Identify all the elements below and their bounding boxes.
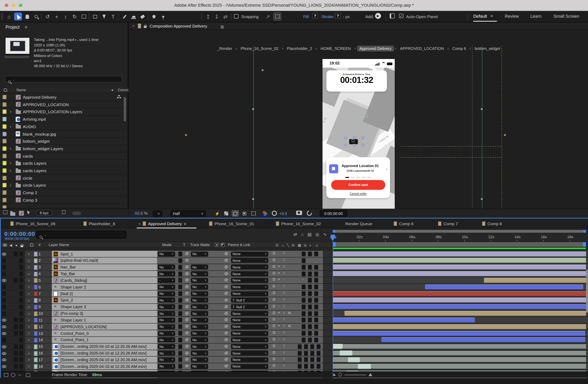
node-cross-icon[interactable]: ⇄ bbox=[222, 13, 229, 21]
workspace-review[interactable]: Review bbox=[505, 14, 519, 19]
switch-box[interactable] bbox=[314, 291, 318, 296]
quality-switch[interactable]: / bbox=[284, 337, 285, 341]
toolbar-grip[interactable] bbox=[1, 13, 3, 20]
zoom-level[interactable]: 93.8 % bbox=[135, 211, 147, 215]
t-column-header[interactable]: T bbox=[183, 243, 185, 247]
switch-box[interactable] bbox=[308, 304, 312, 309]
matte-pickwhip-icon[interactable]: @ bbox=[185, 291, 189, 295]
workspace-menu-icon[interactable]: ≡ bbox=[491, 14, 493, 18]
layer-expand-chevron[interactable]: › bbox=[28, 265, 30, 269]
snapping-checkbox[interactable] bbox=[234, 14, 238, 19]
track-matte-dropdown[interactable]: No∨ bbox=[191, 298, 208, 303]
switch-box[interactable] bbox=[302, 285, 306, 289]
project-list-header[interactable]: Name ▲ Comm bbox=[0, 88, 128, 93]
video-toggle[interactable] bbox=[2, 265, 6, 270]
project-panel-menu-icon[interactable]: ≡ bbox=[25, 25, 27, 29]
tab-phone_16_scene_02[interactable]: Phone_16_Scene_02 bbox=[276, 221, 321, 227]
mode-dropdown[interactable]: No∨ bbox=[158, 284, 175, 290]
parent-pickwhip-icon[interactable]: @ bbox=[224, 317, 228, 322]
project-search-input[interactable]: ⌄ bbox=[5, 76, 122, 83]
workspace-small-screen[interactable]: Small Screen bbox=[553, 14, 579, 19]
layer-name[interactable]: [Screen...ording 2025-04-10 at 12.20.26 … bbox=[61, 351, 147, 355]
mask-visibility-icon[interactable] bbox=[241, 210, 248, 217]
switch-box[interactable] bbox=[302, 324, 306, 329]
folder-chevron-icon[interactable]: › bbox=[10, 161, 11, 165]
switch-box[interactable] bbox=[316, 358, 320, 362]
switch-box[interactable] bbox=[308, 324, 312, 329]
quality-switch[interactable]: - bbox=[284, 278, 285, 282]
mode-dropdown[interactable]: No∨ bbox=[158, 304, 175, 309]
layer-label-chip[interactable] bbox=[34, 298, 38, 303]
sw-fx-icon[interactable]: fx bbox=[292, 243, 294, 247]
snapshot-icon[interactable] bbox=[296, 211, 302, 215]
sw-collapse-icon[interactable]: Ω bbox=[276, 243, 278, 247]
region-of-interest-icon[interactable] bbox=[250, 210, 257, 217]
layer-handle[interactable] bbox=[252, 198, 254, 200]
switch-box[interactable] bbox=[302, 311, 306, 316]
work-area-bar[interactable] bbox=[333, 242, 586, 247]
layer-row[interactable]: ›12[APPROVED_LOCATION]No∨@No∨@None∨Ω*/fx bbox=[1, 323, 588, 330]
project-item[interactable]: Comp 3 bbox=[0, 197, 126, 204]
lock-toggle[interactable] bbox=[19, 291, 23, 296]
roi-icon[interactable] bbox=[232, 210, 239, 217]
layer-bar[interactable] bbox=[333, 265, 586, 270]
collapse-switch[interactable]: Ω bbox=[273, 251, 275, 255]
lock-toggle[interactable] bbox=[19, 278, 23, 283]
breadcrumb-item[interactable]: Phone_16_Scene_02 bbox=[238, 45, 281, 51]
layer-row[interactable]: ›13★Control_Point_0No∨@No∨@None∨Ω*/ bbox=[1, 330, 588, 337]
track-matte-dropdown[interactable]: No∨ bbox=[191, 265, 208, 270]
video-toggle[interactable] bbox=[2, 271, 6, 276]
parent-dropdown[interactable]: None∨ bbox=[231, 291, 268, 296]
selection-handle[interactable] bbox=[344, 144, 347, 146]
new-folder-icon[interactable] bbox=[10, 212, 15, 216]
switch-box[interactable] bbox=[308, 318, 312, 322]
preserve-transparency-toggle[interactable] bbox=[178, 311, 182, 316]
layer-row[interactable]: ›6★Shape Layer 2No∨@No∨@None∨Ω*/ bbox=[1, 284, 588, 291]
track-matte-dropdown[interactable]: No∨ bbox=[191, 278, 208, 283]
mode-dropdown[interactable]: No∨ bbox=[158, 271, 175, 276]
solo-toggle[interactable] bbox=[14, 358, 18, 362]
layer-bar[interactable] bbox=[425, 284, 583, 290]
parent-dropdown[interactable]: None∨ bbox=[231, 265, 268, 270]
project-item[interactable]: ›APPROVED_LOCATION Layers bbox=[0, 108, 126, 115]
auto-open-panel-icon[interactable] bbox=[390, 13, 395, 19]
layer-label-chip[interactable] bbox=[34, 331, 38, 336]
draft3d-icon[interactable] bbox=[11, 373, 15, 377]
footage-thumbnail[interactable] bbox=[5, 37, 30, 54]
quality-switch[interactable]: / bbox=[284, 271, 285, 275]
node-up-icon[interactable]: ↥ bbox=[204, 13, 212, 21]
rasterize-switch[interactable]: * bbox=[278, 311, 280, 316]
matte-toggle2-icon[interactable] bbox=[221, 243, 225, 247]
type-tool[interactable]: T bbox=[109, 13, 117, 21]
layer-row[interactable]: ›7[Null 2]No∨@No∨@None∨Ω/ bbox=[1, 291, 588, 297]
folder-chevron-icon[interactable]: › bbox=[10, 146, 11, 151]
quality-switch[interactable]: / bbox=[284, 324, 285, 328]
layer-bar[interactable] bbox=[333, 291, 586, 296]
resolution-dropdown[interactable]: Half∨ bbox=[170, 210, 206, 217]
switch-box[interactable] bbox=[308, 311, 312, 316]
layer-label-chip[interactable] bbox=[34, 311, 38, 316]
video-column-icon[interactable] bbox=[3, 244, 7, 247]
project-item[interactable]: blank_mockup.jpg bbox=[0, 130, 126, 137]
lock-toggle[interactable] bbox=[19, 338, 23, 342]
channel-icon[interactable] bbox=[263, 211, 268, 216]
matte-pickwhip-icon[interactable]: @ bbox=[185, 251, 189, 255]
solo-toggle[interactable] bbox=[14, 278, 18, 283]
layer-row[interactable]: ›8AiSpot_2No∨@No∨@7. Null 2∨Ω/ bbox=[1, 297, 588, 304]
lock-toggle[interactable] bbox=[19, 304, 23, 309]
layer-name[interactable]: [Cards_Sliding] bbox=[61, 278, 87, 283]
playhead[interactable] bbox=[331, 235, 335, 238]
tab-comp-8[interactable]: Comp 8 bbox=[482, 221, 502, 227]
collapse-switch[interactable]: Ω bbox=[273, 331, 275, 335]
layer-name[interactable]: Shape Layer 2 bbox=[61, 285, 86, 289]
solo-toggle[interactable] bbox=[14, 351, 18, 356]
solo-toggle[interactable] bbox=[14, 318, 18, 322]
exposure-icon[interactable] bbox=[272, 211, 277, 216]
layer-expand-chevron[interactable]: › bbox=[28, 324, 30, 329]
parent-dropdown[interactable]: None∨ bbox=[231, 331, 268, 336]
breadcrumb-item[interactable]: Placeholder_2 bbox=[285, 45, 315, 51]
layer-row[interactable]: ›5[Cards_Sliding]-∨-@No∨@None∨Ω*-- bbox=[1, 277, 588, 284]
layer-label-chip[interactable] bbox=[34, 324, 38, 329]
zoom-dropdown[interactable]: ∨ bbox=[153, 210, 162, 217]
switch-box[interactable] bbox=[304, 344, 308, 349]
